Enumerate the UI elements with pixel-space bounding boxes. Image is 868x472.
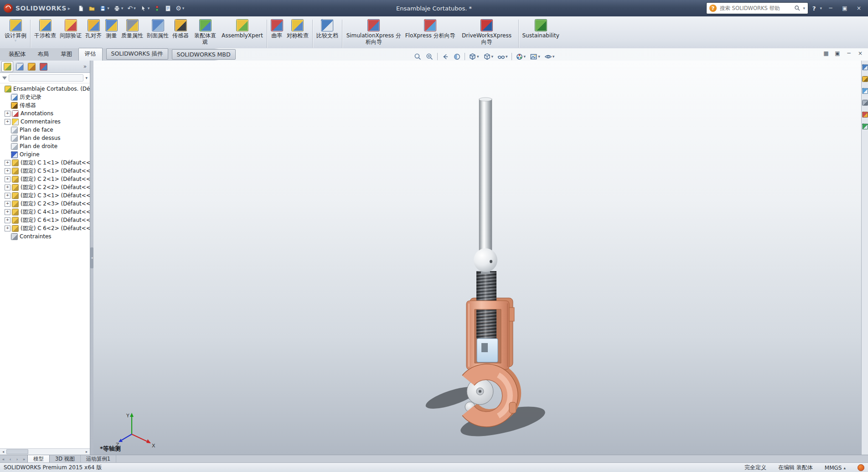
expand-icon[interactable]: + [5, 119, 10, 125]
panel-divider[interactable]: ◂ [90, 61, 93, 455]
taskpane-design-library-icon[interactable] [862, 76, 868, 82]
units-selector[interactable]: MMGS ▴ [825, 465, 846, 471]
tree-item-component-c2-3[interactable]: + (固定) C 2<3> (Défaut<< [0, 200, 90, 208]
ribbon-button-floxpress[interactable]: FloXpress 分析向导 [403, 18, 457, 50]
hide-show-items-button[interactable]: ▾ [496, 52, 509, 62]
taskpane-custom-properties-icon[interactable] [862, 123, 868, 129]
tab-3d-views[interactable]: 3D 视图 [50, 455, 81, 463]
taskpane-resources-icon[interactable] [862, 64, 868, 70]
ribbon-button-clearance-verification[interactable]: 间隙验证 [58, 18, 83, 50]
tree-item-component-c4-1[interactable]: + (固定) C 4<1> (Défaut<< [0, 208, 90, 216]
tree-item-history[interactable]: 历史记录 [0, 93, 90, 101]
tab-model[interactable]: 模型 [27, 455, 50, 463]
tree-item-annotations[interactable]: + Annotations [0, 109, 90, 118]
scroll-thumb[interactable] [6, 449, 28, 454]
search-icon[interactable] [794, 5, 801, 11]
expand-icon[interactable]: + [5, 176, 10, 182]
ribbon-button-sensors[interactable]: 传感器 [170, 18, 191, 50]
tree-item-mates[interactable]: Contraintes [0, 232, 90, 241]
tree-item-root[interactable]: Ensamblaje Cortatubos. (Dé [0, 85, 90, 93]
ribbon-button-assembly-visualization[interactable]: 装配体直观 [191, 18, 220, 50]
help-dropdown-icon[interactable]: ▾ [820, 6, 822, 10]
ribbon-button-simulationxpress[interactable]: SimulationXpress 分析向导 [344, 18, 403, 50]
display-style-button[interactable]: ▾ [482, 52, 495, 62]
ribbon-button-mass-properties[interactable]: 质量属性 [119, 18, 145, 50]
tree-item-component-c2-1[interactable]: + (固定) C 2<1> (Défaut<< [0, 175, 90, 183]
tab-sketch[interactable]: 草图 [55, 49, 78, 61]
options-button[interactable]: ⚙ ▾ [174, 4, 186, 13]
undo-dropdown-icon[interactable]: ▾ [134, 6, 136, 10]
menu-expand-icon[interactable]: ▸ [68, 5, 71, 11]
tab-evaluate[interactable]: 评估 [78, 48, 103, 61]
quick-tips-icon[interactable] [858, 464, 864, 471]
new-document-button[interactable] [76, 4, 86, 13]
displaymanager-tab[interactable] [38, 62, 49, 72]
taskpane-appearances-icon[interactable] [862, 112, 868, 118]
expand-icon[interactable]: + [5, 209, 10, 215]
ribbon-button-section-properties[interactable]: 剖面属性 [145, 18, 170, 50]
ribbon-button-design-study[interactable]: 设计算例 ▾ [3, 18, 28, 50]
view-settings-dropdown-icon[interactable]: ▾ [553, 55, 555, 59]
save-dropdown-icon[interactable]: ▾ [107, 6, 109, 10]
ribbon-button-sustainability[interactable]: Sustainability [521, 18, 561, 50]
ribbon-button-hole-alignment[interactable]: 孔对齐 [83, 18, 103, 50]
select-dropdown-icon[interactable]: ▾ [148, 6, 150, 10]
graphics-viewport[interactable]: Y X Z *等轴测 [93, 61, 861, 455]
featuremanager-tab[interactable] [1, 61, 13, 72]
tree-item-sensors[interactable]: 传感器 [0, 101, 90, 109]
help-search-box[interactable]: ? ▾ [706, 2, 808, 14]
tab-scroll-left-icon[interactable]: ‹ [7, 455, 14, 463]
open-document-button[interactable] [87, 4, 97, 13]
ribbon-button-assemblyxpert[interactable]: AssemblyXpert [220, 18, 265, 50]
tree-item-plane-top[interactable]: Plan de dessus [0, 134, 90, 142]
ribbon-button-symmetry-check[interactable]: 对称检查 [285, 18, 310, 50]
view-settings-button[interactable]: ▾ [543, 52, 556, 62]
doc-close-button[interactable]: × [856, 50, 864, 56]
taskpane-file-explorer-icon[interactable] [862, 88, 868, 94]
doc-minimize-button[interactable]: ─ [845, 50, 853, 56]
tree-item-plane-front[interactable]: Plan de face [0, 126, 90, 134]
close-button[interactable]: × [853, 3, 864, 13]
expand-icon[interactable]: + [5, 226, 10, 231]
ribbon-button-driveworksxpress[interactable]: DriveWorksXpress 向导 [457, 18, 517, 50]
restore-button[interactable]: ▣ [839, 3, 850, 13]
scroll-right-icon[interactable]: ▸ [83, 450, 90, 454]
tree-item-comments[interactable]: + Commentaires [0, 118, 90, 126]
filter-funnel-icon[interactable] [2, 77, 7, 80]
search-dropdown-icon[interactable]: ▾ [803, 6, 805, 10]
tree-item-component-c3-1[interactable]: + (固定) C 3<1> (Défaut<< [0, 191, 90, 200]
expand-icon[interactable]: + [5, 168, 10, 174]
expand-icon[interactable]: + [5, 185, 10, 190]
taskpane-view-palette-icon[interactable] [862, 100, 868, 106]
search-input[interactable] [719, 5, 792, 12]
tree-horizontal-scrollbar[interactable]: ◂ ▸ [0, 448, 90, 455]
apply-scene-button[interactable]: ▾ [528, 52, 542, 62]
undo-button[interactable]: ↶ ▾ [125, 4, 137, 13]
filter-input[interactable] [9, 74, 83, 82]
tab-assembly[interactable]: 装配体 [3, 49, 32, 61]
tree-item-component-c1-1[interactable]: + (固定) C 1<1> (Défaut<< [0, 159, 90, 167]
tree-item-component-c5-1[interactable]: + (固定) C 5<1> (Défaut<< [0, 167, 90, 175]
help-button[interactable]: ? [811, 5, 817, 12]
tab-scroll-right-icon[interactable]: › [14, 455, 21, 463]
tab-layout[interactable]: 布局 [32, 49, 55, 61]
options-dropdown-icon[interactable]: ▾ [182, 6, 185, 10]
solidworks-logo-text[interactable]: SOLIDWORKS [16, 5, 67, 12]
expand-icon[interactable]: + [5, 193, 10, 199]
panel-overflow-chevron[interactable]: » [82, 63, 88, 70]
apply-scene-dropdown-icon[interactable]: ▾ [538, 55, 540, 59]
ribbon-button-compare-documents[interactable]: 比较文档 [315, 18, 340, 50]
zoom-fit-button[interactable] [413, 52, 423, 62]
file-properties-button[interactable] [163, 4, 173, 13]
tree-item-origin[interactable]: Origine [0, 150, 90, 159]
expand-icon[interactable]: + [5, 201, 10, 207]
tree-item-component-c6-2[interactable]: + (固定) C 6<2> (Défaut<< [0, 224, 90, 232]
tab-scroll-first-icon[interactable]: « [0, 455, 7, 463]
tab-solidworks-addins[interactable]: SOLIDWORKS 插件 [106, 48, 168, 60]
display-style-dropdown-icon[interactable]: ▾ [491, 55, 494, 59]
ribbon-button-measure[interactable]: 测量 [103, 18, 119, 50]
tab-motion-study[interactable]: 运动算例1 [81, 455, 116, 463]
units-dropdown-icon[interactable]: ▴ [843, 466, 846, 470]
expand-icon[interactable]: + [5, 111, 10, 117]
zoom-area-button[interactable] [424, 52, 435, 62]
